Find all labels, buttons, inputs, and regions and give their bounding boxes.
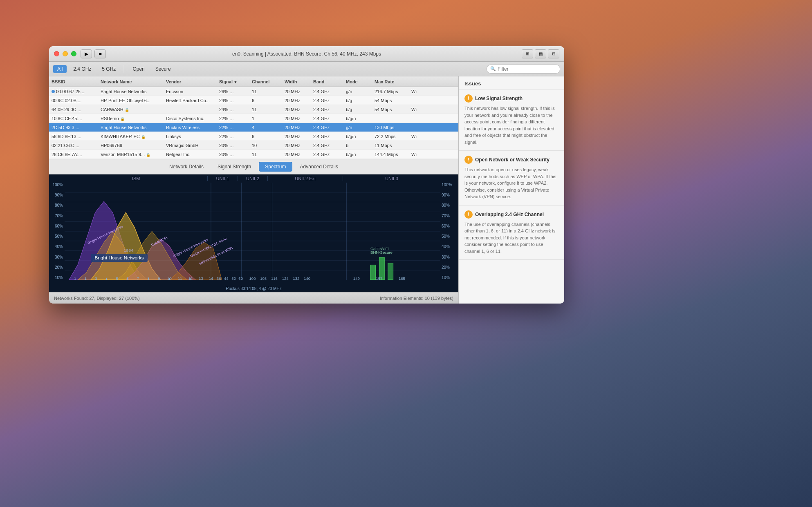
cell-bssid: 2C:5D:93:3:... (49, 125, 98, 130)
section-ism: ISM (65, 176, 207, 181)
cell-band: 2.4 GHz (311, 116, 343, 121)
cell-signal: 22% (217, 125, 249, 130)
cell-width: 20 MHz (282, 134, 311, 139)
svg-text:4: 4 (105, 277, 108, 280)
cell-channel: 11 (249, 107, 282, 112)
col-band[interactable]: Band (311, 79, 343, 84)
cell-maxrate: 54 Mbps (372, 98, 409, 103)
svg-rect-27 (370, 265, 376, 280)
svg-text:BHN-Secure: BHN-Secure (370, 251, 393, 255)
main-content: BSSID Network Name Vendor Signal Channel… (49, 76, 564, 304)
cell-name: HP0697B9 (98, 143, 164, 148)
svg-text:9: 9 (158, 277, 160, 280)
svg-text:1984: 1984 (123, 248, 133, 252)
filter-search-box: 🔍 (487, 65, 560, 74)
col-network-name[interactable]: Network Name (98, 79, 164, 84)
svg-text:149: 149 (353, 277, 360, 280)
col-maxrate[interactable]: Max Rate (372, 79, 409, 84)
table-row[interactable]: 10:8C:CF:45:... RSDemo 🔒 Cisco Systems I… (49, 114, 458, 123)
table-row-selected[interactable]: 2C:5D:93:3:... Bright House Networks Ruc… (49, 123, 458, 132)
issue-desc: This network is open or uses legacy, wea… (464, 166, 559, 200)
table-row[interactable]: 00:9C:02:0B:... HP-Print-EE-Officejet 6.… (49, 96, 458, 105)
col-width[interactable]: Width (282, 79, 311, 84)
y-label-r: 80% (442, 203, 450, 208)
col-vendor[interactable]: Vendor (164, 79, 217, 84)
filter-tab-2ghz[interactable]: 2.4 GHz (69, 65, 95, 73)
table-row[interactable]: 00:0D:67:25:... Bright House Networks Er… (49, 87, 458, 96)
cell-bssid: 00:9C:02:0B:... (49, 98, 98, 103)
cell-width: 20 MHz (282, 89, 311, 94)
svg-text:2: 2 (85, 277, 87, 280)
section-unii1: UNII-1 (207, 176, 238, 181)
networks-found: Networks Found: 27, Displayed: 27 (100%) (54, 296, 140, 301)
filter-tab-5ghz[interactable]: 5 GHz (98, 65, 120, 73)
minimize-button[interactable] (63, 51, 68, 56)
y-label: 20% (55, 265, 63, 270)
cell-channel: 11 (249, 152, 282, 157)
cell-signal: 26% (217, 89, 249, 94)
y-label: 100% (52, 183, 63, 187)
issue-title-row: ! Overlapping 2.4 GHz Channel (464, 210, 559, 219)
cell-signal: 20% (217, 143, 249, 148)
tab-signal-strength[interactable]: Signal Strength (211, 162, 257, 172)
y-label: 10% (55, 275, 63, 280)
table-row[interactable]: 58:6D:8F:13:... KIMWHITAKER-PC 🔒 Linksys… (49, 132, 458, 141)
svg-text:60: 60 (238, 277, 243, 280)
status-bar: Networks Found: 27, Displayed: 27 (100%)… (49, 292, 458, 304)
tab-advanced-details[interactable]: Advanced Details (294, 162, 344, 172)
y-label: 70% (55, 214, 63, 218)
traffic-lights (54, 51, 76, 56)
y-label: 50% (55, 234, 63, 239)
spectrum-svg: Bright House Networks 1984 Bright House … (65, 183, 440, 280)
view-btn-1[interactable]: ⊞ (522, 49, 533, 58)
cell-maxrate: 11 Mbps (372, 143, 409, 148)
table-row[interactable]: 28:C6:8E:7A:... Verizon-MBR1515-9... 🔒 N… (49, 150, 458, 159)
cell-width: 20 MHz (282, 125, 311, 130)
search-input[interactable] (498, 66, 556, 72)
tab-spectrum[interactable]: Spectrum (259, 162, 292, 172)
col-mode[interactable]: Mode (343, 79, 372, 84)
cell-extra: Wi (409, 107, 433, 112)
issue-item-overlapping-channel: ! Overlapping 2.4 GHz Channel The use of… (459, 205, 564, 260)
svg-text:1: 1 (74, 277, 76, 280)
filter-tab-open[interactable]: Open (128, 65, 148, 73)
issue-desc: The use of overlapping channels (channel… (464, 221, 559, 255)
issue-title: Low Signal Strength (475, 96, 523, 101)
table-row[interactable]: 64:0F:29:0C:... CARWASH 🔒 24% 11 20 MHz … (49, 105, 458, 114)
table-row[interactable]: 02:21:C6:C:... HP0697B9 VRmagic GmbH 20%… (49, 141, 458, 150)
cell-width: 20 MHz (282, 98, 311, 103)
y-axis-right: 100% 90% 80% 70% 60% 50% 40% 30% 20% 10% (440, 183, 458, 280)
stop-button[interactable]: ■ (94, 49, 106, 58)
issue-item-low-signal: ! Low Signal Strength This network has l… (459, 89, 564, 151)
y-label: 30% (55, 255, 63, 259)
right-panel: Issues ! Low Signal Strength This networ… (459, 76, 564, 304)
col-channel[interactable]: Channel (249, 79, 282, 84)
y-label: 40% (55, 244, 63, 249)
cell-band: 2.4 GHz (311, 134, 343, 139)
issue-title: Open Network or Weak Security (475, 157, 550, 163)
zoom-button[interactable] (71, 51, 76, 56)
cell-channel: 6 (249, 134, 282, 139)
svg-text:108: 108 (260, 277, 267, 280)
y-label-r: 60% (442, 224, 450, 228)
filter-tab-secure[interactable]: Secure (151, 65, 175, 73)
play-button[interactable]: ▶ (81, 49, 92, 58)
view-buttons: ⊞ ▤ ⊟ (522, 49, 559, 58)
cell-channel: 11 (249, 89, 282, 94)
col-bssid[interactable]: BSSID (49, 79, 98, 84)
svg-text:124: 124 (282, 277, 289, 280)
svg-text:3: 3 (95, 277, 97, 280)
issue-desc: This network has low signal strength. If… (464, 105, 559, 145)
view-btn-2[interactable]: ▤ (535, 49, 546, 58)
close-button[interactable] (54, 51, 59, 56)
cell-vendor: Netgear Inc. (164, 152, 217, 157)
tab-network-details[interactable]: Network Details (163, 162, 210, 172)
col-signal[interactable]: Signal (217, 79, 249, 84)
main-window: ▶ ■ en0: Scanning | Associated: BHN Secu… (49, 46, 564, 304)
view-btn-3[interactable]: ⊟ (548, 49, 559, 58)
filter-tab-all[interactable]: All (53, 65, 67, 73)
cell-width: 20 MHz (282, 143, 311, 148)
y-label-r: 30% (442, 255, 450, 259)
issue-item-weak-security: ! Open Network or Weak Security This net… (459, 151, 564, 205)
tab-bar: Network Details Signal Strength Spectrum… (49, 159, 458, 174)
